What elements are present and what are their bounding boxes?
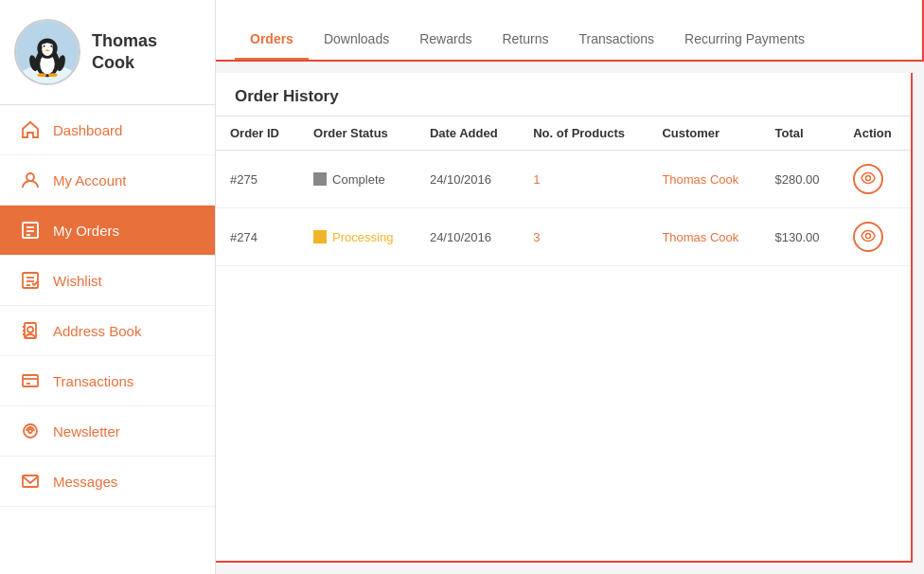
status-icon (313, 172, 327, 186)
sidebar-item-messages-label: Messages (53, 474, 117, 490)
svg-point-12 (37, 73, 46, 77)
cell-products: 3 (519, 208, 648, 266)
sidebar-item-my-account-label: My Account (53, 172, 127, 188)
newsletter-icon (19, 420, 42, 442)
transactions-icon (19, 369, 42, 392)
sidebar-item-dashboard[interactable]: Dashboard (0, 105, 215, 155)
sidebar-item-newsletter[interactable]: Newsletter (0, 406, 215, 457)
sidebar-item-wishlist-label: Wishlist (53, 273, 102, 289)
status-label: Complete (332, 172, 385, 187)
svg-point-26 (27, 327, 33, 332)
orders-icon (19, 219, 42, 242)
sidebar-item-transactions-label: Transactions (53, 373, 133, 389)
table-row: #274 Processing 24/10/2016 3 Thomas Cook… (216, 208, 911, 266)
customer-link[interactable]: Thomas Cook (662, 230, 738, 244)
sidebar-item-my-orders[interactable]: My Orders (0, 206, 215, 256)
svg-rect-35 (23, 475, 38, 487)
svg-point-37 (866, 233, 871, 238)
sidebar-item-address-book[interactable]: Address Book (0, 306, 215, 356)
col-total: Total (761, 117, 840, 151)
cell-action (839, 208, 911, 266)
order-table: Order ID Order Status Date Added No. of … (216, 116, 911, 266)
cell-customer: Thomas Cook (648, 208, 760, 266)
cell-order-id: #275 (216, 151, 299, 208)
status-icon (313, 230, 327, 243)
customer-link[interactable]: Thomas Cook (662, 172, 738, 187)
cell-date-added: 24/10/2016 (416, 151, 519, 208)
sidebar-item-address-book-label: Address Book (53, 323, 141, 339)
products-link[interactable]: 3 (533, 230, 540, 244)
user-name: Thomas Cook (92, 30, 157, 75)
col-order-id: Order ID (216, 117, 299, 151)
sidebar-item-my-account[interactable]: My Account (0, 155, 215, 206)
svg-point-36 (866, 175, 871, 180)
sidebar-item-messages[interactable]: Messages (0, 457, 215, 507)
cell-date-added: 24/10/2016 (416, 208, 519, 266)
col-order-status: Order Status (299, 117, 416, 151)
products-link[interactable]: 1 (533, 172, 540, 187)
home-icon (19, 118, 42, 141)
view-order-button[interactable] (853, 164, 883, 194)
avatar (14, 19, 80, 85)
col-no-of-products: No. of Products (519, 117, 648, 151)
sidebar-item-my-orders-label: My Orders (53, 223, 119, 239)
col-action: Action (839, 117, 911, 151)
cell-order-status: Processing (299, 208, 416, 266)
address-book-icon (19, 319, 42, 342)
cell-total: $130.00 (761, 208, 840, 266)
cell-order-status: Complete (299, 151, 416, 208)
order-history-title: Order History (216, 73, 911, 116)
user-profile: Thomas Cook (0, 0, 215, 105)
cell-products: 1 (519, 151, 648, 208)
svg-point-16 (27, 173, 34, 181)
account-icon (19, 169, 42, 191)
svg-point-10 (50, 45, 52, 47)
sidebar-item-wishlist[interactable]: Wishlist (0, 256, 215, 306)
svg-point-9 (44, 45, 45, 47)
cell-action (839, 151, 911, 208)
status-label: Processing (332, 230, 393, 244)
view-order-button[interactable] (853, 222, 883, 252)
sidebar: Thomas Cook Dashboard My Account (0, 0, 216, 574)
col-customer: Customer (648, 117, 760, 151)
svg-rect-30 (23, 375, 38, 386)
tab-transactions[interactable]: Transactions (563, 17, 669, 60)
tab-downloads[interactable]: Downloads (309, 17, 404, 60)
tab-recurring-payments[interactable]: Recurring Payments (669, 17, 820, 60)
tab-orders[interactable]: Orders (235, 17, 309, 60)
svg-point-34 (28, 429, 32, 433)
sidebar-item-newsletter-label: Newsletter (53, 423, 120, 439)
wishlist-icon (19, 269, 42, 292)
cell-total: $280.00 (761, 151, 840, 208)
sidebar-item-transactions[interactable]: Transactions (0, 356, 215, 406)
cell-customer: Thomas Cook (648, 151, 760, 208)
tab-returns[interactable]: Returns (487, 17, 563, 60)
svg-point-13 (48, 73, 58, 77)
messages-icon (19, 470, 42, 493)
sidebar-item-dashboard-label: Dashboard (53, 122, 122, 138)
eye-icon (861, 170, 876, 188)
table-row: #275 Complete 24/10/2016 1 Thomas Cook $… (216, 151, 911, 208)
cell-order-id: #274 (216, 208, 299, 266)
eye-icon (861, 228, 876, 246)
col-date-added: Date Added (416, 117, 519, 151)
tabs-container: Orders Downloads Rewards Returns Transac… (216, 0, 924, 62)
tab-rewards[interactable]: Rewards (404, 17, 487, 60)
main-content: Orders Downloads Rewards Returns Transac… (216, 0, 924, 574)
order-history-section: Order History Order ID Order Status Date… (216, 73, 913, 563)
